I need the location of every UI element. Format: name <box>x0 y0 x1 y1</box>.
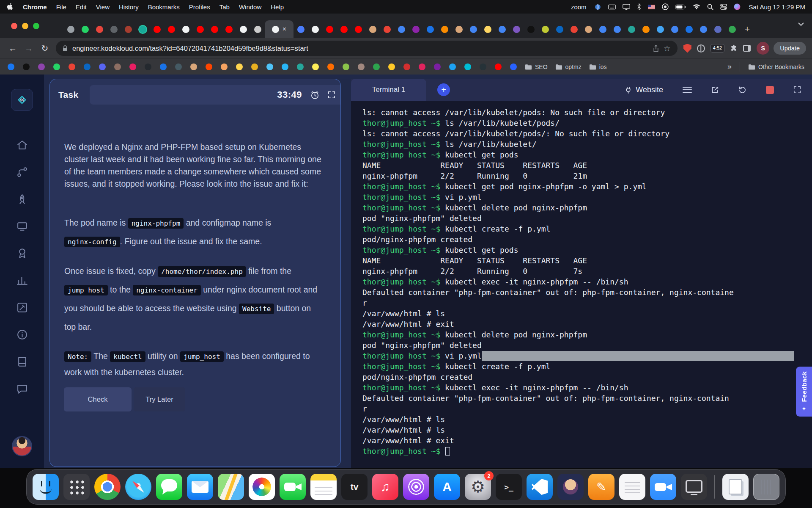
browser-tab[interactable] <box>236 20 250 38</box>
wifi-icon[interactable] <box>693 4 700 10</box>
dock-vscode-icon[interactable] <box>527 474 553 500</box>
bookmark-favicon[interactable] <box>175 64 182 70</box>
profile-avatar[interactable]: S <box>757 42 769 55</box>
menu-item-profiles[interactable]: Profiles <box>184 3 215 11</box>
browser-tab-active[interactable]: × <box>265 20 294 38</box>
bookmark-favicon[interactable] <box>129 64 136 70</box>
spotlight-icon[interactable] <box>707 4 713 10</box>
open-external-icon[interactable] <box>711 86 719 94</box>
dock-music-icon[interactable]: ♫ <box>372 474 398 500</box>
playground-icon[interactable] <box>16 301 28 314</box>
bookmark-favicon[interactable] <box>373 64 380 70</box>
bookmark-folder-seo[interactable]: SEO <box>525 64 548 70</box>
browser-tab[interactable] <box>595 20 610 38</box>
bookmark-star-icon[interactable]: ☆ <box>664 44 671 53</box>
stop-button[interactable] <box>766 86 774 94</box>
dock-notes-icon[interactable] <box>310 474 337 500</box>
browser-tab[interactable] <box>495 20 509 38</box>
forward-button[interactable]: → <box>22 41 36 55</box>
chat-icon[interactable] <box>16 383 28 395</box>
menu-item-help[interactable]: Help <box>266 3 288 11</box>
reload-button[interactable]: ↻ <box>38 41 52 55</box>
battery-icon[interactable] <box>675 4 686 10</box>
user-avatar[interactable] <box>12 436 32 456</box>
tab-overflow-chevron-icon[interactable] <box>798 22 804 26</box>
bookmark-favicon[interactable] <box>449 64 456 70</box>
menu-item-file[interactable]: File <box>52 3 71 11</box>
bookmark-favicon[interactable] <box>343 64 349 70</box>
browser-tab[interactable] <box>322 20 337 38</box>
browser-tab[interactable] <box>107 20 121 38</box>
browser-tab[interactable] <box>567 20 581 38</box>
bookmark-favicon[interactable] <box>190 64 197 70</box>
dock-mail-icon[interactable] <box>187 474 213 500</box>
browser-tab[interactable] <box>207 20 222 38</box>
browser-tab[interactable] <box>135 20 150 38</box>
learning-path-icon[interactable] <box>16 166 28 178</box>
dock-maps-icon[interactable] <box>218 474 244 500</box>
bookmark-favicon[interactable] <box>23 64 30 70</box>
try-later-button[interactable]: Try Later <box>134 387 185 411</box>
browser-tab[interactable] <box>394 20 409 38</box>
browser-tab[interactable] <box>250 20 265 38</box>
dock-trash-icon[interactable] <box>753 474 779 500</box>
browser-tab[interactable] <box>193 20 207 38</box>
keyboard-icon[interactable] <box>608 4 616 10</box>
dock-document-app-icon[interactable] <box>619 474 645 500</box>
dock-appletv-icon[interactable]: tv <box>341 474 368 500</box>
menu-item-tab[interactable]: Tab <box>215 3 234 11</box>
browser-tab[interactable] <box>308 20 322 38</box>
menu-item-view[interactable]: View <box>91 3 114 11</box>
bookmark-favicon[interactable] <box>464 64 471 70</box>
window-zoom-button[interactable] <box>33 23 39 29</box>
browser-tab[interactable] <box>552 20 567 38</box>
menu-item-history[interactable]: History <box>114 3 143 11</box>
menu-clock[interactable]: Sat Aug 12 1:29 PM <box>749 3 805 11</box>
globe-icon[interactable] <box>594 3 601 11</box>
bookmark-favicon[interactable] <box>84 64 91 70</box>
bookmark-favicon[interactable] <box>53 64 60 70</box>
url-text[interactable]: engineer.kodekloud.com/task?id=640720417… <box>72 44 308 52</box>
courses-icon[interactable] <box>16 220 28 232</box>
new-terminal-button[interactable]: + <box>437 83 450 96</box>
docs-icon[interactable] <box>16 356 28 368</box>
browser-tab[interactable] <box>452 20 466 38</box>
dock-zoom-icon[interactable] <box>650 474 676 500</box>
menu-item-edit[interactable]: Edit <box>71 3 91 11</box>
browser-tab[interactable] <box>423 20 437 38</box>
zoom-menu-label[interactable]: zoom <box>571 3 587 11</box>
browser-tab[interactable] <box>538 20 552 38</box>
bookmark-favicon[interactable] <box>297 64 304 70</box>
bluetooth-icon[interactable] <box>637 3 641 10</box>
record-icon[interactable] <box>662 3 669 10</box>
recording-timer-badge[interactable]: 4:52 <box>710 44 724 52</box>
browser-tab[interactable] <box>466 20 480 38</box>
browser-tab[interactable] <box>150 20 164 38</box>
extensions-puzzle-icon[interactable] <box>730 44 738 52</box>
dock-display-app-icon[interactable] <box>681 474 707 500</box>
apple-menu-icon[interactable] <box>7 3 13 11</box>
bookmarks-overflow-chevron[interactable]: » <box>727 62 732 71</box>
browser-tab[interactable] <box>337 20 351 38</box>
browser-tab[interactable] <box>725 20 739 38</box>
stats-icon[interactable] <box>16 274 28 287</box>
dock-files-app-icon[interactable] <box>722 474 749 500</box>
task-fullscreen-icon[interactable] <box>328 91 335 99</box>
dock-settings-icon[interactable]: ⚙2 <box>465 474 491 500</box>
browser-tab[interactable] <box>409 20 423 38</box>
dock-facetime-icon[interactable] <box>280 474 306 500</box>
browser-tab[interactable] <box>222 20 236 38</box>
bookmark-favicon[interactable] <box>282 64 288 70</box>
browser-tab[interactable] <box>178 20 193 38</box>
bookmark-favicon[interactable] <box>266 64 273 70</box>
globe-extension-icon[interactable] <box>697 44 705 52</box>
browser-tab[interactable] <box>351 20 365 38</box>
back-button[interactable]: ← <box>6 41 19 55</box>
website-button[interactable]: Website <box>625 86 663 94</box>
side-panel-icon[interactable] <box>743 45 751 52</box>
achievements-icon[interactable] <box>16 247 28 260</box>
dock-podcasts-icon[interactable] <box>403 474 429 500</box>
browser-tab[interactable] <box>524 20 538 38</box>
browser-tab[interactable] <box>121 20 135 38</box>
display-icon[interactable] <box>623 4 630 10</box>
